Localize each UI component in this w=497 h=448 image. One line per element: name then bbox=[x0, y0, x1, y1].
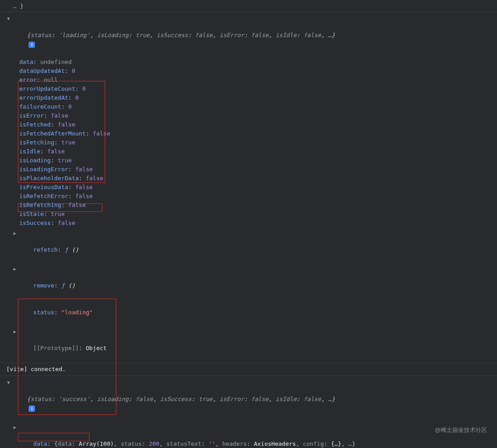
prop-key: status bbox=[33, 309, 54, 316]
console-panel: … } ▼ {status: 'loading', isLoading: tru… bbox=[0, 0, 497, 448]
prop-val: false bbox=[47, 148, 65, 155]
summary-key: isSuccess bbox=[160, 396, 191, 402]
summary-key: isIdle bbox=[276, 396, 297, 402]
summary-val: false bbox=[136, 396, 153, 402]
prop-row[interactable]: error: null bbox=[0, 76, 497, 85]
prop-row[interactable]: errorUpdateCount: 0 bbox=[0, 85, 497, 93]
prop-row[interactable]: isFetchedAfterMount: false bbox=[0, 129, 497, 138]
summary-val: true bbox=[136, 32, 149, 38]
msg-text: connected. bbox=[27, 366, 66, 372]
prop-val: 0 bbox=[72, 68, 75, 74]
prop-val: false bbox=[68, 202, 86, 208]
summary-key: status bbox=[30, 32, 51, 38]
prop-key: isError bbox=[19, 112, 44, 119]
prop-key: isSuccess bbox=[19, 220, 51, 226]
prop-row[interactable]: isRefetching: false bbox=[0, 201, 497, 210]
prop-key: data bbox=[33, 440, 47, 447]
object-summary[interactable]: ▼ {status: 'success', isLoading: false, … bbox=[0, 377, 497, 422]
prop-val: null bbox=[44, 76, 58, 83]
expand-toggle-icon[interactable]: ▶ bbox=[13, 265, 16, 274]
prop-row[interactable]: isFetching: true bbox=[0, 138, 497, 147]
prop-val: "loading" bbox=[61, 309, 93, 316]
prop-val: false bbox=[75, 184, 93, 190]
summary-key: isError bbox=[220, 32, 244, 38]
prop-key: dataUpdatedAt bbox=[19, 68, 65, 74]
prop-key: isFetching bbox=[19, 139, 54, 146]
summary-val: false bbox=[251, 396, 268, 402]
prop-val: Object bbox=[86, 345, 107, 351]
prop-key: isLoading bbox=[19, 157, 51, 164]
expand-toggle-icon[interactable]: ▶ bbox=[13, 229, 16, 238]
prop-key: isFetched bbox=[19, 121, 51, 128]
function-icon: ƒ bbox=[61, 282, 65, 289]
prop-key: isLoadingError bbox=[19, 166, 68, 173]
prop-key: refetch bbox=[33, 246, 58, 253]
summary-val: false bbox=[304, 32, 321, 38]
prop-key: isFetchedAfterMount bbox=[19, 130, 86, 137]
prop-val: false bbox=[86, 175, 103, 182]
prop-row[interactable]: isIdle: false bbox=[0, 147, 497, 156]
prop-row[interactable]: failureCount: 0 bbox=[0, 102, 497, 111]
summary-val: false bbox=[195, 32, 212, 38]
prop-val: false bbox=[58, 220, 75, 226]
prop-val: 0 bbox=[68, 103, 72, 110]
expand-toggle-icon[interactable]: ▶ bbox=[13, 327, 16, 336]
prop-row-data[interactable]: ▶ data: {data: Array(100), status: 200, … bbox=[0, 422, 497, 448]
summary-val: 'loading' bbox=[59, 32, 90, 38]
prop-val: false bbox=[75, 193, 93, 199]
prop-row[interactable]: isSuccess: false bbox=[0, 219, 497, 228]
prop-key: errorUpdatedAt bbox=[19, 94, 68, 101]
prop-val: true bbox=[61, 139, 75, 146]
prop-row-refetch[interactable]: ▶ refetch: ƒ () bbox=[0, 228, 497, 263]
vite-connected-message: [vite] connected. bbox=[0, 364, 497, 375]
prop-key: isIdle bbox=[19, 148, 40, 155]
prop-row-status[interactable]: status: "loading" bbox=[0, 299, 497, 326]
prop-val: false bbox=[58, 121, 75, 128]
summary-key: status bbox=[30, 396, 51, 402]
summary-key: isIdle bbox=[276, 32, 297, 38]
summary-key: isLoading bbox=[97, 396, 128, 402]
expand-toggle-icon[interactable]: ▼ bbox=[7, 14, 10, 23]
object-summary[interactable]: ▼ {status: 'loading', isLoading: true, i… bbox=[0, 13, 497, 58]
prop-key: remove bbox=[33, 282, 54, 289]
prop-val: false bbox=[75, 166, 93, 173]
prop-key: isPlaceholderData bbox=[19, 175, 79, 182]
summary-key: isError bbox=[220, 396, 244, 402]
info-icon[interactable]: i bbox=[29, 42, 35, 48]
info-icon[interactable]: i bbox=[29, 406, 35, 412]
prop-key: errorUpdateCount bbox=[19, 85, 75, 92]
prop-key: isRefetching bbox=[19, 202, 61, 208]
prop-row[interactable]: isPreviousData: false bbox=[0, 183, 497, 192]
summary-key: isLoading bbox=[97, 32, 128, 38]
prop-row[interactable]: dataUpdatedAt: 0 bbox=[0, 67, 497, 76]
prop-key: isPreviousData bbox=[19, 184, 68, 190]
prop-key: [[Prototype]] bbox=[33, 345, 79, 351]
summary-val: 'success' bbox=[59, 396, 90, 402]
summary-val: false bbox=[251, 32, 268, 38]
prop-row[interactable]: isStale: true bbox=[0, 210, 497, 219]
prop-val: false bbox=[93, 130, 110, 137]
prop-row[interactable]: isLoading: true bbox=[0, 156, 497, 165]
expand-toggle-icon[interactable]: ▼ bbox=[7, 378, 10, 387]
prop-row[interactable]: isPlaceholderData: false bbox=[0, 174, 497, 183]
prop-val: true bbox=[51, 211, 64, 217]
watermark: @稀土掘金技术社区 bbox=[435, 426, 487, 435]
expand-toggle-icon[interactable]: ▶ bbox=[13, 423, 16, 432]
prop-row[interactable]: isLoadingError: false bbox=[0, 165, 497, 174]
prop-row[interactable]: errorUpdatedAt: 0 bbox=[0, 93, 497, 102]
prop-val: true bbox=[58, 157, 72, 164]
truncated-line: … } bbox=[0, 2, 497, 11]
function-icon: ƒ bbox=[65, 246, 68, 253]
prop-row[interactable]: isFetched: false bbox=[0, 120, 497, 129]
prop-row[interactable]: isRefetchError: false bbox=[0, 192, 497, 201]
prop-key: failureCount bbox=[19, 103, 61, 110]
summary-val: true bbox=[199, 396, 212, 402]
prop-val: 0 bbox=[82, 85, 86, 92]
prop-row-prototype[interactable]: ▶ [[Prototype]]: Object bbox=[0, 326, 497, 362]
prop-row[interactable]: data: undefined bbox=[0, 58, 497, 67]
prop-val: undefined bbox=[40, 59, 72, 65]
summary-key: isSuccess bbox=[157, 32, 188, 38]
prop-row-remove[interactable]: ▶ remove: ƒ () bbox=[0, 263, 497, 299]
msg-prefix: [vite] bbox=[6, 366, 27, 372]
prop-row[interactable]: isError: false bbox=[0, 111, 497, 120]
